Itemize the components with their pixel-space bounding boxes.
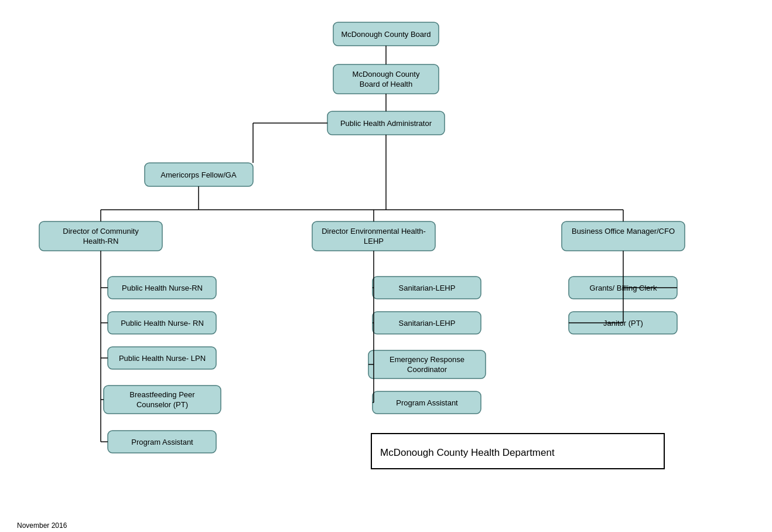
svg-text:McDonough County Board: McDonough County Board — [341, 30, 431, 39]
svg-text:Board of Health: Board of Health — [360, 80, 412, 88]
chart-svg: .org-node rect { fill: #b2d8d8; stroke: … — [17, 12, 755, 516]
svg-text:Program Assistant: Program Assistant — [396, 398, 458, 407]
svg-rect-12 — [312, 221, 435, 251]
svg-rect-9 — [39, 221, 162, 251]
node-sanitarian1: Sanitarian-LEHP — [373, 277, 481, 299]
svg-text:Breastfeeding Peer: Breastfeeding Peer — [129, 390, 195, 399]
node-nurse-lpn: Public Health Nurse- LPN — [108, 347, 216, 369]
svg-text:LEHP: LEHP — [364, 237, 384, 245]
svg-text:Sanitarian-LEHP: Sanitarian-LEHP — [399, 284, 456, 292]
org-chart: .org-node rect { fill: #b2d8d8; stroke: … — [17, 12, 755, 530]
svg-text:Director of Community: Director of Community — [63, 227, 139, 236]
node-americorps: Americorps Fellow/GA — [145, 163, 253, 186]
svg-text:McDonough County: McDonough County — [353, 70, 420, 79]
node-biz-office: Business Office Manager/CFO — [562, 221, 685, 251]
svg-text:Coordinator: Coordinator — [407, 365, 448, 374]
node-bf-counselor: Breastfeeding Peer Counselor (PT) — [104, 386, 221, 414]
svg-text:Health-RN: Health-RN — [83, 237, 119, 245]
svg-text:Sanitarian-LEHP: Sanitarian-LEHP — [399, 319, 456, 328]
dept-label: McDonough County Health Department — [380, 447, 555, 458]
svg-text:Public Health Nurse- LPN: Public Health Nurse- LPN — [119, 354, 206, 363]
node-dir-env: Director Environmental Health- LEHP — [312, 221, 435, 251]
node-board-of-health: McDonough County Board of Health — [333, 64, 439, 94]
svg-rect-15 — [562, 221, 685, 251]
node-emergency: Emergency Response Coordinator — [368, 350, 486, 378]
svg-text:Director Environmental Health-: Director Environmental Health- — [322, 227, 426, 236]
node-pha: Public Health Administrator — [327, 111, 445, 135]
node-county-board: McDonough County Board — [333, 22, 439, 46]
svg-text:Public Health Administrator: Public Health Administrator — [340, 119, 432, 128]
svg-text:Business Office Manager/CFO: Business Office Manager/CFO — [572, 227, 675, 236]
svg-rect-2 — [333, 64, 439, 94]
node-nurse-rn1: Public Health Nurse-RN — [108, 277, 216, 299]
node-sanitarian2: Sanitarian-LEHP — [373, 312, 481, 334]
svg-text:Emergency Response: Emergency Response — [390, 355, 464, 364]
svg-text:Program Assistant: Program Assistant — [131, 438, 193, 446]
svg-text:Public Health Nurse-RN: Public Health Nurse-RN — [122, 284, 203, 292]
svg-text:Counselor (PT): Counselor (PT) — [136, 400, 188, 409]
node-prog-asst-left: Program Assistant — [108, 431, 216, 453]
node-nurse-rn2: Public Health Nurse- RN — [108, 312, 216, 334]
node-dir-community: Director of Community Health-RN — [39, 221, 162, 251]
node-prog-asst-right: Program Assistant — [373, 391, 481, 414]
svg-text:Americorps Fellow/GA: Americorps Fellow/GA — [160, 170, 237, 179]
footer-text: November 2016 — [17, 521, 755, 530]
svg-text:Public Health Nurse- RN: Public Health Nurse- RN — [121, 319, 204, 328]
